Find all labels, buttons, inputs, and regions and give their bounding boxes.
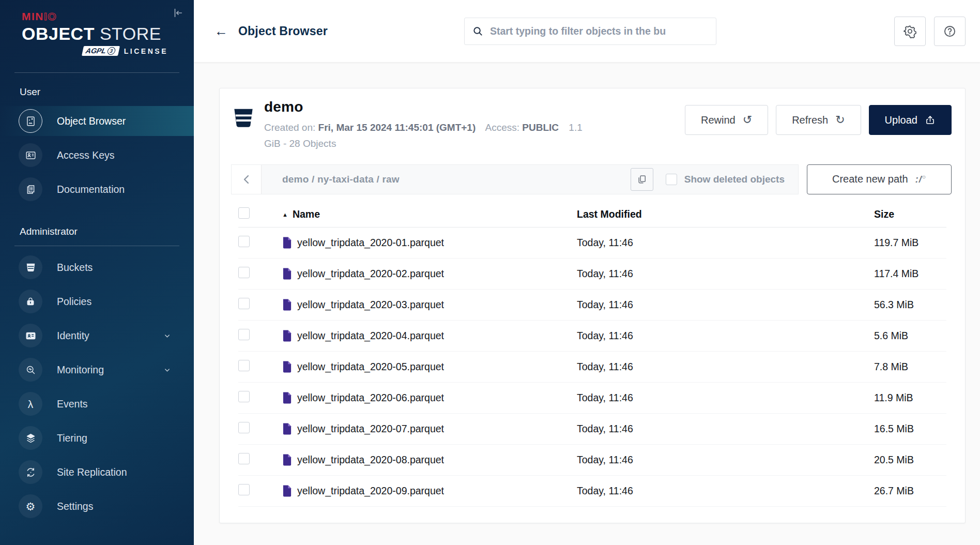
object-name[interactable]: yellow_tripdata_2020-01.parquet <box>297 237 444 249</box>
sidebar-item-label: Events <box>57 398 88 410</box>
rewind-button[interactable]: Rewind↺ <box>685 105 768 135</box>
sidebar: MINIO OBJECT STORE AGPL3 LICENSE User Ob… <box>0 0 194 545</box>
row-checkbox[interactable] <box>238 298 250 309</box>
access-keys-icon <box>19 143 42 167</box>
row-checkbox[interactable] <box>238 329 250 340</box>
refresh-icon: ↻ <box>835 114 845 126</box>
parquet-file-icon <box>282 329 292 342</box>
search-input[interactable] <box>490 25 709 37</box>
table-row[interactable]: yellow_tripdata_2020-06.parquet Today, 1… <box>238 383 946 414</box>
minio-logo: MINIO OBJECT STORE AGPL3 LICENSE <box>0 0 194 56</box>
row-checkbox[interactable] <box>238 422 250 433</box>
row-checkbox[interactable] <box>238 484 250 495</box>
sidebar-divider <box>14 246 179 246</box>
object-modified: Today, 11:46 <box>577 299 874 311</box>
table-row[interactable]: yellow_tripdata_2020-05.parquet Today, 1… <box>238 352 946 383</box>
table-row[interactable]: yellow_tripdata_2020-03.parquet Today, 1… <box>238 290 946 321</box>
sidebar-item-identity[interactable]: Identity <box>0 321 194 351</box>
sidebar-item-buckets[interactable]: Buckets <box>0 252 194 282</box>
show-deleted-checkbox[interactable] <box>666 174 677 185</box>
object-name[interactable]: yellow_tripdata_2020-02.parquet <box>297 268 444 280</box>
table-row[interactable]: yellow_tripdata_2020-09.parquet Today, 1… <box>238 476 946 507</box>
row-checkbox[interactable] <box>238 236 250 247</box>
parquet-file-icon <box>282 267 292 280</box>
column-header-modified[interactable]: Last Modified <box>577 208 874 220</box>
select-all-checkbox[interactable] <box>238 207 250 219</box>
chevron-down-icon[interactable] <box>163 332 171 340</box>
object-modified: Today, 11:46 <box>577 268 874 280</box>
table-row[interactable]: yellow_tripdata_2020-01.parquet Today, 1… <box>238 228 946 259</box>
collapse-sidebar-icon <box>172 7 183 19</box>
object-name[interactable]: yellow_tripdata_2020-05.parquet <box>297 361 444 373</box>
bucket-card: demo Created on: Fri, Mar 15 2024 11:45:… <box>219 88 966 523</box>
help-button[interactable] <box>934 17 966 46</box>
settings-gear-icon: ⚙ <box>19 494 42 518</box>
section-label-user: User <box>0 73 194 100</box>
sidebar-item-access-keys[interactable]: Access Keys <box>0 140 194 170</box>
object-name[interactable]: yellow_tripdata_2020-09.parquet <box>297 485 444 497</box>
object-modified: Today, 11:46 <box>577 423 874 435</box>
tiering-layers-icon <box>19 426 42 450</box>
sidebar-item-settings[interactable]: ⚙ Settings <box>0 491 194 521</box>
created-label: Created on: <box>264 122 315 133</box>
navigate-back-button[interactable] <box>232 165 262 194</box>
table-row[interactable]: yellow_tripdata_2020-02.parquet Today, 1… <box>238 259 946 290</box>
collapse-sidebar-button[interactable] <box>170 5 186 21</box>
sidebar-item-label: Buckets <box>57 262 93 274</box>
sidebar-item-documentation[interactable]: Documentation <box>0 174 194 204</box>
object-name[interactable]: yellow_tripdata_2020-07.parquet <box>297 423 444 435</box>
row-checkbox[interactable] <box>238 453 250 464</box>
sidebar-item-policies[interactable]: Policies <box>0 286 194 316</box>
object-size: 26.7 MiB <box>874 485 946 497</box>
bucket-info: Created on: Fri, Mar 15 2024 11:45:01 (G… <box>264 119 583 152</box>
object-name[interactable]: yellow_tripdata_2020-04.parquet <box>297 330 444 342</box>
breadcrumb[interactable]: demo / ny-taxi-data / raw <box>262 174 400 185</box>
parquet-file-icon <box>282 485 292 497</box>
access-label: Access: <box>485 122 520 133</box>
documentation-icon <box>19 177 42 201</box>
sidebar-item-tiering[interactable]: Tiering <box>0 423 194 453</box>
copy-path-button[interactable] <box>631 168 653 191</box>
main-area: ← Object Browser de <box>194 0 980 545</box>
object-name[interactable]: yellow_tripdata_2020-03.parquet <box>297 299 444 311</box>
table-header-row: ▲Name Last Modified Size <box>238 202 946 228</box>
table-row[interactable]: yellow_tripdata_2020-07.parquet Today, 1… <box>238 414 946 445</box>
app-root: MINIO OBJECT STORE AGPL3 LICENSE User Ob… <box>0 0 980 545</box>
table-row[interactable]: yellow_tripdata_2020-04.parquet Today, 1… <box>238 321 946 352</box>
show-deleted-toggle: Show deleted objects <box>666 174 785 185</box>
object-name[interactable]: yellow_tripdata_2020-08.parquet <box>297 454 444 466</box>
license-label: LICENSE <box>124 47 168 55</box>
object-table: ▲Name Last Modified Size yellow_tripdata… <box>238 202 946 507</box>
row-checkbox[interactable] <box>238 391 250 402</box>
parquet-file-icon <box>282 298 292 311</box>
rewind-icon: ↺ <box>743 114 752 126</box>
table-row[interactable]: yellow_tripdata_2020-08.parquet Today, 1… <box>238 445 946 476</box>
sidebar-item-label: Documentation <box>57 184 125 195</box>
sidebar-item-site-replication[interactable]: Site Replication <box>0 457 194 487</box>
content-area: demo Created on: Fri, Mar 15 2024 11:45:… <box>194 63 980 545</box>
sidebar-item-events[interactable]: λ Events <box>0 389 194 419</box>
sidebar-item-object-browser[interactable]: Object Browser <box>0 106 194 136</box>
create-new-path-button[interactable]: Create new path :/○ <box>807 164 952 194</box>
lambda-icon: λ <box>19 392 42 416</box>
sidebar-item-monitoring[interactable]: Monitoring <box>0 355 194 385</box>
column-header-name[interactable]: ▲Name <box>282 208 577 220</box>
sidebar-item-label: Policies <box>57 296 91 308</box>
refresh-button[interactable]: Refresh↻ <box>776 105 861 135</box>
object-size: 56.3 MiB <box>874 299 946 311</box>
show-deleted-label: Show deleted objects <box>684 174 785 185</box>
monitoring-icon <box>19 358 42 382</box>
sidebar-item-label: Identity <box>57 330 89 342</box>
row-checkbox[interactable] <box>238 267 250 278</box>
question-circle-icon <box>943 24 957 38</box>
back-arrow-icon[interactable]: ← <box>215 24 228 38</box>
console-settings-button[interactable] <box>894 17 926 46</box>
upload-button[interactable]: Upload <box>869 105 952 135</box>
sidebar-item-label: Tiering <box>57 432 87 444</box>
sidebar-item-label: Access Keys <box>57 149 115 161</box>
chevron-down-icon[interactable] <box>163 366 171 374</box>
column-header-size[interactable]: Size <box>874 208 946 220</box>
object-modified: Today, 11:46 <box>577 361 874 373</box>
row-checkbox[interactable] <box>238 360 250 371</box>
object-name[interactable]: yellow_tripdata_2020-06.parquet <box>297 392 444 404</box>
